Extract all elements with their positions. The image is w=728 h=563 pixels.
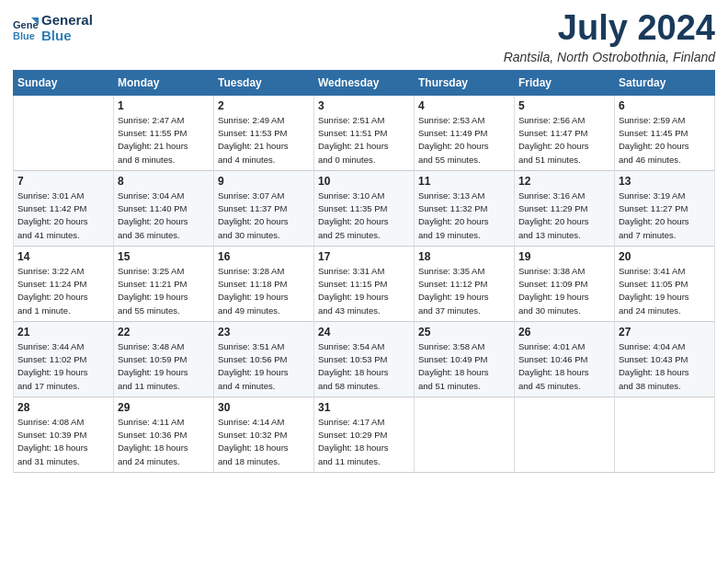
daylight-text: Daylight: 19 hours	[218, 291, 310, 304]
day-info: Sunrise: 4:08 AMSunset: 10:39 PMDaylight…	[17, 416, 109, 468]
sunrise-text: Sunrise: 2:56 AM	[518, 114, 610, 127]
sunset-text: Sunset: 11:15 PM	[318, 278, 410, 291]
sunset-text: Sunset: 11:21 PM	[118, 278, 210, 291]
sunset-text: Sunset: 11:51 PM	[318, 127, 410, 140]
calendar-cell: 20Sunrise: 3:41 AMSunset: 11:05 PMDaylig…	[615, 246, 715, 321]
sunset-text: Sunset: 10:36 PM	[118, 429, 210, 442]
daylight-text: and 58 minutes.	[318, 380, 410, 393]
calendar-cell: 1Sunrise: 2:47 AMSunset: 11:55 PMDayligh…	[114, 95, 214, 170]
sunset-text: Sunset: 11:02 PM	[17, 353, 109, 366]
daylight-text: Daylight: 19 hours	[118, 291, 210, 304]
sunrise-text: Sunrise: 4:11 AM	[118, 416, 210, 429]
calendar-cell: 2Sunrise: 2:49 AMSunset: 11:53 PMDayligh…	[214, 95, 314, 170]
col-tuesday: Tuesday	[214, 70, 314, 95]
day-number: 17	[318, 250, 410, 263]
day-info: Sunrise: 3:35 AMSunset: 11:12 PMDaylight…	[418, 265, 510, 317]
sunrise-text: Sunrise: 4:08 AM	[17, 416, 109, 429]
day-info: Sunrise: 3:01 AMSunset: 11:42 PMDaylight…	[17, 190, 109, 242]
sunset-text: Sunset: 11:49 PM	[418, 127, 510, 140]
daylight-text: and 38 minutes.	[619, 380, 711, 393]
calendar-cell	[515, 396, 615, 472]
sunset-text: Sunset: 10:43 PM	[619, 353, 711, 366]
daylight-text: Daylight: 18 hours	[619, 366, 711, 379]
sunrise-text: Sunrise: 2:51 AM	[318, 114, 410, 127]
daylight-text: Daylight: 21 hours	[118, 140, 210, 153]
daylight-text: Daylight: 20 hours	[418, 215, 510, 228]
day-number: 5	[518, 99, 610, 112]
logo-line2: Blue	[41, 29, 93, 44]
calendar-cell: 31Sunrise: 4:17 AMSunset: 10:29 PMDaylig…	[314, 396, 415, 472]
day-info: Sunrise: 3:41 AMSunset: 11:05 PMDaylight…	[619, 265, 711, 317]
day-info: Sunrise: 3:54 AMSunset: 10:53 PMDaylight…	[318, 340, 410, 393]
day-info: Sunrise: 3:13 AMSunset: 11:32 PMDaylight…	[418, 190, 510, 242]
svg-text:Blue: Blue	[13, 30, 35, 41]
sunrise-text: Sunrise: 3:16 AM	[518, 190, 610, 202]
day-number: 14	[17, 250, 109, 263]
daylight-text: and 31 minutes.	[17, 455, 109, 468]
calendar-table: Sunday Monday Tuesday Wednesday Thursday…	[13, 70, 715, 473]
sunset-text: Sunset: 10:32 PM	[218, 429, 310, 442]
sunrise-text: Sunrise: 3:19 AM	[619, 190, 711, 202]
sunset-text: Sunset: 11:53 PM	[218, 127, 310, 140]
calendar-cell: 23Sunrise: 3:51 AMSunset: 10:56 PMDaylig…	[214, 321, 314, 396]
sunrise-text: Sunrise: 3:01 AM	[17, 190, 109, 202]
daylight-text: and 25 minutes.	[318, 229, 410, 242]
sunset-text: Sunset: 10:59 PM	[118, 353, 210, 366]
daylight-text: Daylight: 20 hours	[518, 140, 610, 153]
daylight-text: Daylight: 20 hours	[619, 140, 711, 153]
day-info: Sunrise: 2:59 AMSunset: 11:45 PMDaylight…	[619, 114, 711, 167]
day-info: Sunrise: 3:10 AMSunset: 11:35 PMDaylight…	[318, 190, 410, 242]
sunrise-text: Sunrise: 3:48 AM	[118, 340, 210, 353]
sunrise-text: Sunrise: 3:22 AM	[17, 265, 109, 278]
day-number: 22	[118, 326, 210, 339]
daylight-text: and 46 minutes.	[619, 154, 711, 167]
calendar-cell: 11Sunrise: 3:13 AMSunset: 11:32 PMDaylig…	[415, 170, 515, 246]
col-monday: Monday	[114, 70, 214, 95]
sunrise-text: Sunrise: 4:17 AM	[318, 416, 410, 429]
day-number: 2	[218, 99, 310, 112]
sunset-text: Sunset: 11:29 PM	[518, 202, 610, 215]
calendar-cell: 16Sunrise: 3:28 AMSunset: 11:18 PMDaylig…	[214, 246, 314, 321]
daylight-text: and 36 minutes.	[118, 229, 210, 242]
day-number: 3	[318, 99, 410, 112]
calendar-cell: 9Sunrise: 3:07 AMSunset: 11:37 PMDayligh…	[214, 170, 314, 246]
day-number: 10	[318, 175, 410, 188]
calendar-cell	[14, 95, 114, 170]
daylight-text: Daylight: 20 hours	[418, 140, 510, 153]
day-number: 1	[118, 99, 210, 112]
day-info: Sunrise: 3:58 AMSunset: 10:49 PMDaylight…	[418, 340, 510, 393]
daylight-text: Daylight: 19 hours	[218, 366, 310, 379]
day-info: Sunrise: 3:31 AMSunset: 11:15 PMDaylight…	[318, 265, 410, 317]
daylight-text: and 24 minutes.	[619, 304, 711, 317]
day-number: 13	[619, 175, 711, 188]
month-title: July 2024	[504, 9, 715, 48]
daylight-text: and 0 minutes.	[318, 154, 410, 167]
day-number: 7	[17, 175, 109, 188]
sunset-text: Sunset: 11:37 PM	[218, 202, 310, 215]
calendar-cell: 13Sunrise: 3:19 AMSunset: 11:27 PMDaylig…	[615, 170, 715, 246]
sunset-text: Sunset: 11:40 PM	[118, 202, 210, 215]
day-number: 23	[218, 326, 310, 339]
day-info: Sunrise: 2:49 AMSunset: 11:53 PMDaylight…	[218, 114, 310, 167]
daylight-text: and 30 minutes.	[518, 304, 610, 317]
sunrise-text: Sunrise: 3:04 AM	[118, 190, 210, 202]
day-info: Sunrise: 3:51 AMSunset: 10:56 PMDaylight…	[218, 340, 310, 393]
col-saturday: Saturday	[615, 70, 715, 95]
calendar-cell: 8Sunrise: 3:04 AMSunset: 11:40 PMDayligh…	[114, 170, 214, 246]
daylight-text: and 30 minutes.	[218, 229, 310, 242]
daylight-text: and 4 minutes.	[218, 154, 310, 167]
calendar-week-5: 28Sunrise: 4:08 AMSunset: 10:39 PMDaylig…	[14, 396, 715, 472]
sunrise-text: Sunrise: 3:54 AM	[318, 340, 410, 353]
logo-icon: General Blue	[13, 16, 39, 41]
daylight-text: Daylight: 18 hours	[418, 366, 510, 379]
calendar-cell: 30Sunrise: 4:14 AMSunset: 10:32 PMDaylig…	[214, 396, 314, 472]
calendar-cell: 12Sunrise: 3:16 AMSunset: 11:29 PMDaylig…	[515, 170, 615, 246]
daylight-text: and 11 minutes.	[318, 455, 410, 468]
sunset-text: Sunset: 11:42 PM	[17, 202, 109, 215]
sunset-text: Sunset: 11:27 PM	[619, 202, 711, 215]
calendar-cell: 6Sunrise: 2:59 AMSunset: 11:45 PMDayligh…	[615, 95, 715, 170]
calendar-cell: 3Sunrise: 2:51 AMSunset: 11:51 PMDayligh…	[314, 95, 415, 170]
day-info: Sunrise: 3:16 AMSunset: 11:29 PMDaylight…	[518, 190, 610, 242]
location: Rantsila, North Ostrobothnia, Finland	[504, 50, 715, 64]
calendar-cell: 15Sunrise: 3:25 AMSunset: 11:21 PMDaylig…	[114, 246, 214, 321]
